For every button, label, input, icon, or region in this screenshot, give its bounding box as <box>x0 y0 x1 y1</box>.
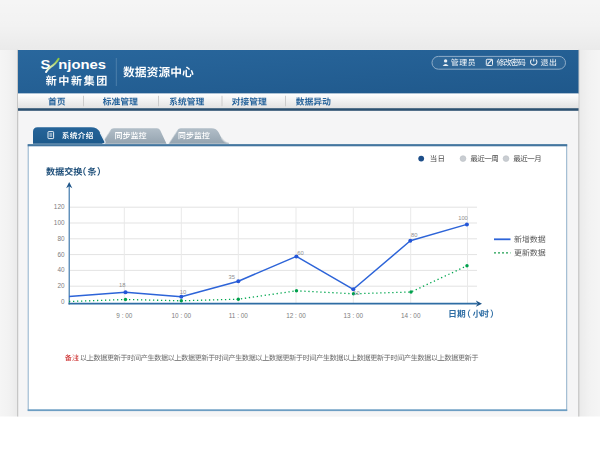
svg-text:9 : 00: 9 : 00 <box>116 312 132 319</box>
svg-text:60: 60 <box>297 250 303 256</box>
svg-text:80: 80 <box>411 232 417 238</box>
svg-text:80: 80 <box>57 235 65 242</box>
svg-text:10: 10 <box>353 290 359 296</box>
svg-text:0: 0 <box>61 298 65 305</box>
svg-text:100: 100 <box>54 219 65 226</box>
svg-text:11 : 00: 11 : 00 <box>229 312 249 319</box>
svg-text:10: 10 <box>180 289 186 295</box>
svg-text:13 : 00: 13 : 00 <box>344 312 364 319</box>
svg-text:10 : 00: 10 : 00 <box>172 312 192 319</box>
svg-text:18: 18 <box>119 282 125 288</box>
svg-text:60: 60 <box>57 251 65 258</box>
svg-text:20: 20 <box>57 282 65 289</box>
svg-text:35: 35 <box>228 274 234 280</box>
svg-text:12 : 00: 12 : 00 <box>286 312 306 319</box>
svg-text:14 : 00: 14 : 00 <box>401 312 421 319</box>
svg-text:40: 40 <box>57 266 65 273</box>
svg-text:100: 100 <box>458 215 468 221</box>
svg-text:120: 120 <box>54 203 65 210</box>
svg-text:njones: njones <box>58 58 106 71</box>
